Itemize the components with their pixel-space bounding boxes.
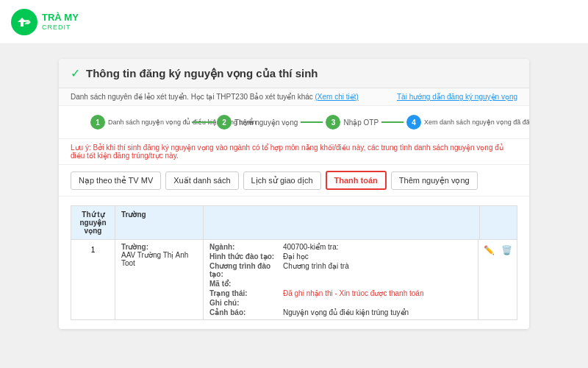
step-2-label: Thêm nguyện vọng <box>234 118 298 127</box>
value-ghi-chu <box>283 299 472 307</box>
label-hinh-thuc: Hình thức đào tạo: <box>209 252 283 261</box>
row-actions: ✏️ 🗑️ <box>478 240 517 319</box>
guide-link[interactable]: Tài hướng dẫn đăng ký nguyện vọng <box>397 93 517 101</box>
step-1-label: Danh sách nguyện vọng đủ điều kiện trúng… <box>108 118 189 126</box>
step-4: 4 Xem danh sách nguyện vọng đã đăng ký <box>406 115 498 130</box>
card-title: Thông tin đăng ký nguyện vọng của thí si… <box>86 67 318 80</box>
cell-stt: 1 <box>71 240 115 319</box>
value-canh-bao: Nguyện vọng đủ điều kiện trúng tuyển <box>283 308 472 316</box>
step-line-3 <box>381 121 404 123</box>
step-line-1 <box>192 121 214 123</box>
header: TRÀ MY CREDIT <box>0 0 588 44</box>
value-nganh: 400700-kiểm tra: <box>283 243 472 251</box>
table-header: Thứ tự nguyện vọng Trường <box>71 205 517 240</box>
logo-sub-text: CREDIT <box>42 24 79 31</box>
col-stt: Thứ tự nguyện vọng <box>71 206 115 239</box>
logo-text-area: TRÀ MY CREDIT <box>42 13 79 30</box>
edit-icon[interactable]: ✏️ <box>481 243 496 258</box>
step-3-circle: 3 <box>326 115 340 130</box>
value-ma-to <box>283 280 472 288</box>
col-details <box>204 206 480 239</box>
col-school: Trường <box>115 206 204 239</box>
step-2: 2 Thêm nguyện vọng <box>217 115 298 130</box>
step-3: 3 Nhập OTP <box>326 115 379 130</box>
detail-grid: Ngành: 400700-kiểm tra: Hình thức đào tạ… <box>209 243 472 316</box>
col-actions <box>480 206 517 239</box>
steps-bar: 1 Danh sách nguyện vọng đủ điều kiện trú… <box>59 106 529 139</box>
delete-icon[interactable]: 🗑️ <box>499 243 514 258</box>
step-line-2 <box>301 121 323 123</box>
info-text: Danh sách nguyên đề lẻo xét tuyển. Học t… <box>71 93 359 101</box>
label-chuong-trinh: Chương trình đào tạo: <box>209 262 283 278</box>
step-1-circle: 1 <box>90 115 105 130</box>
label-canh-bao: Cảnh báo: <box>209 308 283 316</box>
table-row: 1 Trường: AAV Trường Thị Anh Toot Ngành:… <box>71 240 517 320</box>
lich-su-giao-dich-button[interactable]: Lịch sử giao dịch <box>243 171 321 190</box>
step-4-label: Xem danh sách nguyện vọng đã đăng ký <box>424 118 498 126</box>
card-header: ✓ Thông tin đăng ký nguyện vọng của thí … <box>59 59 529 88</box>
value-chuong-trinh: Chương trình đại trà <box>283 262 472 278</box>
logo-area: TRÀ MY CREDIT <box>11 9 79 35</box>
label-ma-to: Mã tổ: <box>209 280 283 288</box>
step-4-circle: 4 <box>406 115 421 130</box>
xuat-danh-sach-button[interactable]: Xuất danh sách <box>165 171 238 190</box>
label-trang-thai: Trạng thái: <box>209 289 283 297</box>
step-2-circle: 2 <box>217 115 232 130</box>
value-hinh-thuc: Đại học <box>283 252 472 261</box>
action-bar: Nạp theo thẻ TV MV Xuất danh sách Lịch s… <box>59 165 529 197</box>
info-bar: Danh sách nguyên đề lẻo xét tuyển. Học t… <box>59 88 529 106</box>
card: ✓ Thông tin đăng ký nguyện vọng của thí … <box>59 59 529 329</box>
label-ghi-chu: Ghi chú: <box>209 299 283 307</box>
label-nganh: Ngành: <box>209 243 283 251</box>
check-icon: ✓ <box>71 66 80 80</box>
warning-text: Lưu ý: Bởi khi thí sinh đăng ký nguyện v… <box>59 139 529 165</box>
cell-school: Trường: AAV Trường Thị Anh Toot <box>115 240 204 319</box>
table-area: Thứ tự nguyện vọng Trường 1 Trường: AAV … <box>59 197 529 329</box>
step-3-label: Nhập OTP <box>343 118 379 127</box>
step-1: 1 Danh sách nguyện vọng đủ điều kiện trú… <box>90 115 189 130</box>
logo-main-text: TRÀ MY <box>42 13 79 23</box>
value-trang-thai: Đã ghi nhận thi - Xin trúoc được thanh t… <box>283 289 472 297</box>
main-content: ✓ Thông tin đăng ký nguyện vọng của thí … <box>0 44 588 368</box>
logo-icon <box>11 9 37 35</box>
info-link[interactable]: (Xem chi tiết) <box>315 93 359 101</box>
nap-theo-the-button[interactable]: Nạp theo thẻ TV MV <box>71 171 161 190</box>
cell-details: Ngành: 400700-kiểm tra: Hình thức đào tạ… <box>204 240 478 319</box>
thanh-toan-button[interactable]: Thanh toán <box>326 171 387 190</box>
them-nguyen-vong-button[interactable]: Thêm nguyện vọng <box>391 171 478 190</box>
